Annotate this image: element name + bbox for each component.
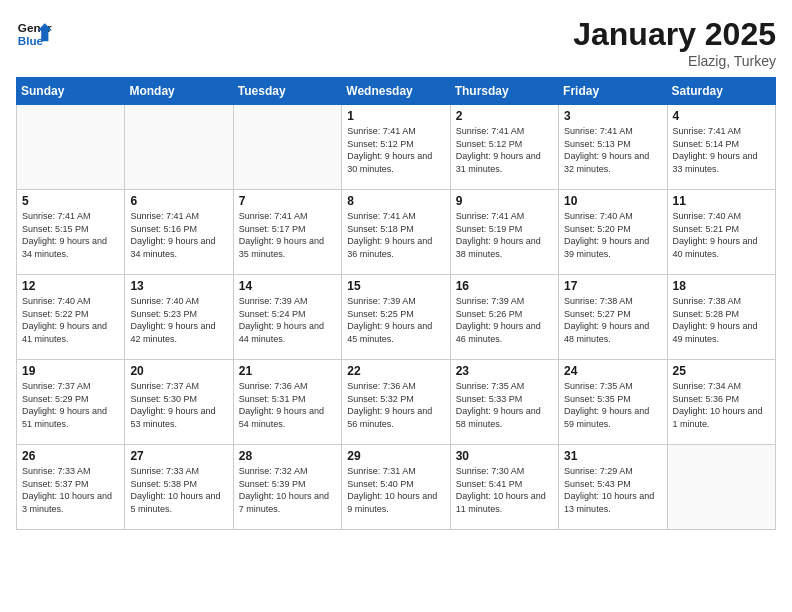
day-info: Sunrise: 7:33 AM Sunset: 5:38 PM Dayligh… xyxy=(130,465,227,515)
calendar-cell: 29Sunrise: 7:31 AM Sunset: 5:40 PM Dayli… xyxy=(342,445,450,530)
day-number: 3 xyxy=(564,109,661,123)
day-info: Sunrise: 7:40 AM Sunset: 5:20 PM Dayligh… xyxy=(564,210,661,260)
day-number: 12 xyxy=(22,279,119,293)
day-info: Sunrise: 7:33 AM Sunset: 5:37 PM Dayligh… xyxy=(22,465,119,515)
calendar-cell: 27Sunrise: 7:33 AM Sunset: 5:38 PM Dayli… xyxy=(125,445,233,530)
calendar-cell: 10Sunrise: 7:40 AM Sunset: 5:20 PM Dayli… xyxy=(559,190,667,275)
calendar-cell: 7Sunrise: 7:41 AM Sunset: 5:17 PM Daylig… xyxy=(233,190,341,275)
day-number: 5 xyxy=(22,194,119,208)
day-number: 9 xyxy=(456,194,553,208)
day-info: Sunrise: 7:41 AM Sunset: 5:14 PM Dayligh… xyxy=(673,125,770,175)
week-row-3: 19Sunrise: 7:37 AM Sunset: 5:29 PM Dayli… xyxy=(17,360,776,445)
day-info: Sunrise: 7:31 AM Sunset: 5:40 PM Dayligh… xyxy=(347,465,444,515)
weekday-header-sunday: Sunday xyxy=(17,78,125,105)
day-info: Sunrise: 7:41 AM Sunset: 5:17 PM Dayligh… xyxy=(239,210,336,260)
weekday-header-monday: Monday xyxy=(125,78,233,105)
calendar-cell: 22Sunrise: 7:36 AM Sunset: 5:32 PM Dayli… xyxy=(342,360,450,445)
day-number: 17 xyxy=(564,279,661,293)
calendar-cell: 18Sunrise: 7:38 AM Sunset: 5:28 PM Dayli… xyxy=(667,275,775,360)
day-info: Sunrise: 7:35 AM Sunset: 5:35 PM Dayligh… xyxy=(564,380,661,430)
calendar-cell: 3Sunrise: 7:41 AM Sunset: 5:13 PM Daylig… xyxy=(559,105,667,190)
location-title: Elazig, Turkey xyxy=(573,53,776,69)
calendar-cell: 24Sunrise: 7:35 AM Sunset: 5:35 PM Dayli… xyxy=(559,360,667,445)
day-info: Sunrise: 7:38 AM Sunset: 5:28 PM Dayligh… xyxy=(673,295,770,345)
calendar-cell xyxy=(125,105,233,190)
calendar-cell: 12Sunrise: 7:40 AM Sunset: 5:22 PM Dayli… xyxy=(17,275,125,360)
day-info: Sunrise: 7:35 AM Sunset: 5:33 PM Dayligh… xyxy=(456,380,553,430)
day-info: Sunrise: 7:41 AM Sunset: 5:18 PM Dayligh… xyxy=(347,210,444,260)
day-number: 18 xyxy=(673,279,770,293)
day-number: 27 xyxy=(130,449,227,463)
month-title: January 2025 xyxy=(573,16,776,53)
calendar-cell: 5Sunrise: 7:41 AM Sunset: 5:15 PM Daylig… xyxy=(17,190,125,275)
day-info: Sunrise: 7:38 AM Sunset: 5:27 PM Dayligh… xyxy=(564,295,661,345)
day-info: Sunrise: 7:36 AM Sunset: 5:32 PM Dayligh… xyxy=(347,380,444,430)
day-info: Sunrise: 7:41 AM Sunset: 5:12 PM Dayligh… xyxy=(347,125,444,175)
day-info: Sunrise: 7:40 AM Sunset: 5:22 PM Dayligh… xyxy=(22,295,119,345)
day-number: 30 xyxy=(456,449,553,463)
calendar-cell: 25Sunrise: 7:34 AM Sunset: 5:36 PM Dayli… xyxy=(667,360,775,445)
day-info: Sunrise: 7:40 AM Sunset: 5:23 PM Dayligh… xyxy=(130,295,227,345)
weekday-header-wednesday: Wednesday xyxy=(342,78,450,105)
day-number: 19 xyxy=(22,364,119,378)
calendar-cell: 30Sunrise: 7:30 AM Sunset: 5:41 PM Dayli… xyxy=(450,445,558,530)
day-number: 4 xyxy=(673,109,770,123)
weekday-header-friday: Friday xyxy=(559,78,667,105)
calendar-cell: 8Sunrise: 7:41 AM Sunset: 5:18 PM Daylig… xyxy=(342,190,450,275)
day-number: 24 xyxy=(564,364,661,378)
day-number: 2 xyxy=(456,109,553,123)
day-number: 7 xyxy=(239,194,336,208)
page-header: General Blue January 2025 Elazig, Turkey xyxy=(16,16,776,69)
day-number: 28 xyxy=(239,449,336,463)
calendar-cell: 9Sunrise: 7:41 AM Sunset: 5:19 PM Daylig… xyxy=(450,190,558,275)
day-number: 25 xyxy=(673,364,770,378)
day-number: 15 xyxy=(347,279,444,293)
day-info: Sunrise: 7:36 AM Sunset: 5:31 PM Dayligh… xyxy=(239,380,336,430)
day-info: Sunrise: 7:30 AM Sunset: 5:41 PM Dayligh… xyxy=(456,465,553,515)
day-info: Sunrise: 7:37 AM Sunset: 5:30 PM Dayligh… xyxy=(130,380,227,430)
weekday-header-row: SundayMondayTuesdayWednesdayThursdayFrid… xyxy=(17,78,776,105)
calendar-cell xyxy=(17,105,125,190)
week-row-2: 12Sunrise: 7:40 AM Sunset: 5:22 PM Dayli… xyxy=(17,275,776,360)
logo: General Blue xyxy=(16,16,52,52)
day-info: Sunrise: 7:29 AM Sunset: 5:43 PM Dayligh… xyxy=(564,465,661,515)
weekday-header-thursday: Thursday xyxy=(450,78,558,105)
day-info: Sunrise: 7:34 AM Sunset: 5:36 PM Dayligh… xyxy=(673,380,770,430)
day-number: 31 xyxy=(564,449,661,463)
day-number: 8 xyxy=(347,194,444,208)
day-number: 23 xyxy=(456,364,553,378)
calendar-cell xyxy=(233,105,341,190)
calendar-cell: 31Sunrise: 7:29 AM Sunset: 5:43 PM Dayli… xyxy=(559,445,667,530)
day-info: Sunrise: 7:37 AM Sunset: 5:29 PM Dayligh… xyxy=(22,380,119,430)
day-number: 16 xyxy=(456,279,553,293)
calendar-cell: 1Sunrise: 7:41 AM Sunset: 5:12 PM Daylig… xyxy=(342,105,450,190)
week-row-1: 5Sunrise: 7:41 AM Sunset: 5:15 PM Daylig… xyxy=(17,190,776,275)
calendar-cell: 21Sunrise: 7:36 AM Sunset: 5:31 PM Dayli… xyxy=(233,360,341,445)
day-info: Sunrise: 7:39 AM Sunset: 5:26 PM Dayligh… xyxy=(456,295,553,345)
day-number: 20 xyxy=(130,364,227,378)
calendar-table: SundayMondayTuesdayWednesdayThursdayFrid… xyxy=(16,77,776,530)
calendar-cell: 20Sunrise: 7:37 AM Sunset: 5:30 PM Dayli… xyxy=(125,360,233,445)
calendar-cell: 2Sunrise: 7:41 AM Sunset: 5:12 PM Daylig… xyxy=(450,105,558,190)
day-info: Sunrise: 7:40 AM Sunset: 5:21 PM Dayligh… xyxy=(673,210,770,260)
day-number: 13 xyxy=(130,279,227,293)
day-info: Sunrise: 7:32 AM Sunset: 5:39 PM Dayligh… xyxy=(239,465,336,515)
day-number: 22 xyxy=(347,364,444,378)
week-row-4: 26Sunrise: 7:33 AM Sunset: 5:37 PM Dayli… xyxy=(17,445,776,530)
day-info: Sunrise: 7:39 AM Sunset: 5:24 PM Dayligh… xyxy=(239,295,336,345)
svg-text:Blue: Blue xyxy=(18,34,44,47)
calendar-cell: 6Sunrise: 7:41 AM Sunset: 5:16 PM Daylig… xyxy=(125,190,233,275)
calendar-cell: 16Sunrise: 7:39 AM Sunset: 5:26 PM Dayli… xyxy=(450,275,558,360)
day-number: 21 xyxy=(239,364,336,378)
weekday-header-tuesday: Tuesday xyxy=(233,78,341,105)
calendar-cell: 26Sunrise: 7:33 AM Sunset: 5:37 PM Dayli… xyxy=(17,445,125,530)
title-area: January 2025 Elazig, Turkey xyxy=(573,16,776,69)
day-info: Sunrise: 7:41 AM Sunset: 5:16 PM Dayligh… xyxy=(130,210,227,260)
calendar-cell: 14Sunrise: 7:39 AM Sunset: 5:24 PM Dayli… xyxy=(233,275,341,360)
day-info: Sunrise: 7:41 AM Sunset: 5:13 PM Dayligh… xyxy=(564,125,661,175)
calendar-cell: 13Sunrise: 7:40 AM Sunset: 5:23 PM Dayli… xyxy=(125,275,233,360)
week-row-0: 1Sunrise: 7:41 AM Sunset: 5:12 PM Daylig… xyxy=(17,105,776,190)
day-number: 10 xyxy=(564,194,661,208)
calendar-cell: 4Sunrise: 7:41 AM Sunset: 5:14 PM Daylig… xyxy=(667,105,775,190)
calendar-cell: 15Sunrise: 7:39 AM Sunset: 5:25 PM Dayli… xyxy=(342,275,450,360)
